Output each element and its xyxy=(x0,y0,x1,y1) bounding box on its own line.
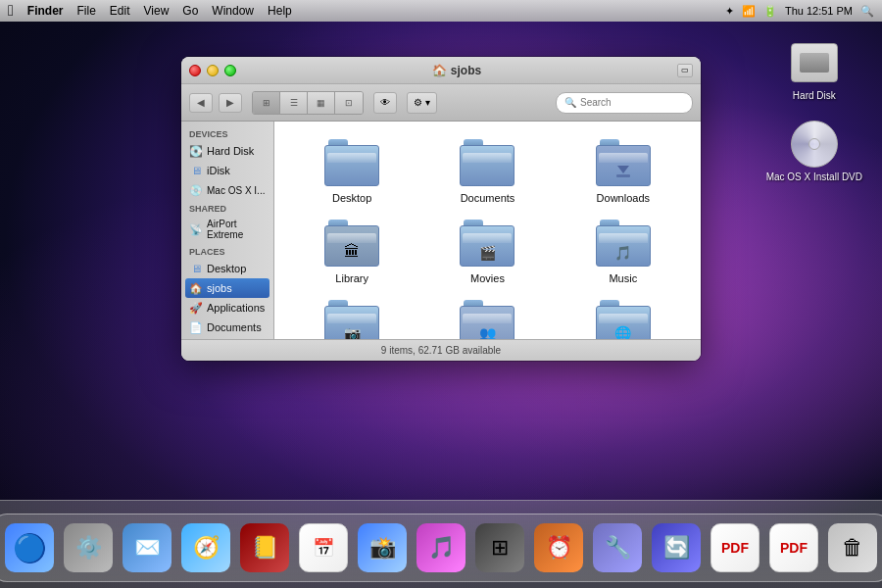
dock-item-extras[interactable]: 🔄 xyxy=(649,520,704,575)
folder-label-downloads: Downloads xyxy=(597,192,650,204)
documents-sidebar-icon: 📄 xyxy=(189,320,203,334)
menu-file[interactable]: File xyxy=(77,4,96,18)
sidebar-item-sjobs[interactable]: 🏠 sjobs xyxy=(185,278,270,298)
addressbook-dock-icon: 📒 xyxy=(240,523,289,572)
dock-item-pdf1[interactable]: PDF xyxy=(708,520,762,575)
view-column-button[interactable]: ▦ xyxy=(308,92,335,114)
menu-window[interactable]: Window xyxy=(212,4,254,18)
dock-item-ical[interactable]: 📅 xyxy=(296,520,351,575)
search-box[interactable]: 🔍 xyxy=(556,92,693,114)
close-button[interactable] xyxy=(189,65,201,76)
quicklook-button[interactable]: 👁 xyxy=(373,92,397,114)
action-button[interactable]: ⚙ ▾ xyxy=(407,92,437,114)
sidebar-item-documents[interactable]: 📄 Documents xyxy=(181,318,273,337)
sidebar-item-macos[interactable]: 💿 Mac OS X I... xyxy=(181,180,273,200)
macos-sidebar-icon: 💿 xyxy=(189,183,203,197)
desktop-icon-harddisk[interactable]: Hard Disk xyxy=(791,39,838,101)
dock-item-timemachine[interactable]: ⏰ xyxy=(531,520,586,575)
apple-menu[interactable]:  xyxy=(8,2,14,20)
sidebar-item-idisk[interactable]: 🖥 iDisk xyxy=(181,161,273,180)
folder-item-music[interactable]: 🎵 Music xyxy=(556,212,691,292)
applications-sidebar-icon: 🚀 xyxy=(189,301,203,315)
maximize-button[interactable] xyxy=(224,65,236,76)
sidebar: DEVICES 💽 Hard Disk 🖥 iDisk 💿 Mac OS X I… xyxy=(181,122,274,339)
dock-item-addressbook[interactable]: 📒 xyxy=(237,520,292,575)
folder-item-pictures[interactable]: 📷 Pictures xyxy=(284,292,419,339)
folder-item-downloads[interactable]: Downloads xyxy=(556,131,691,212)
pdf2-dock-icon: PDF xyxy=(769,523,818,572)
dock-item-syspref[interactable]: ⚙️ xyxy=(61,520,116,575)
minimize-button[interactable] xyxy=(207,65,219,76)
idisk-sidebar-icon: 🖥 xyxy=(189,164,203,177)
harddisk-label: Hard Disk xyxy=(793,90,836,101)
menubar-right: ✦ 📶 🔋 Thu 12:51 PM 🔍 xyxy=(725,5,874,18)
sidebar-label-harddisk: Hard Disk xyxy=(207,145,254,157)
movies-folder-icon: 🎬 xyxy=(460,220,514,267)
search-input[interactable] xyxy=(580,97,678,108)
trash-dock-icon: 🗑 xyxy=(828,523,877,572)
public-folder-icon: 👥 xyxy=(460,300,514,339)
folder-shine xyxy=(327,153,376,163)
sidebar-section-shared: SHARED xyxy=(181,200,273,216)
view-list-button[interactable]: ☰ xyxy=(280,92,308,114)
folder-label-movies: Movies xyxy=(470,272,505,284)
harddisk-sidebar-icon: 💽 xyxy=(189,144,203,158)
view-icon-button[interactable]: ⊞ xyxy=(253,92,280,114)
desktop-icon-dvd[interactable]: Mac OS X Install DVD xyxy=(766,121,862,182)
menubar:  Finder File Edit View Go Window Help ✦… xyxy=(0,0,882,22)
folder-item-library[interactable]: 🏛 Library xyxy=(284,212,419,292)
toolbar: ◀ ▶ ⊞ ☰ ▦ ⊡ 👁 ⚙ ▾ 🔍 xyxy=(181,84,701,122)
dock-item-safari[interactable]: 🧭 xyxy=(178,520,233,575)
folder-label-documents: Documents xyxy=(461,192,515,204)
ical-dock-icon: 📅 xyxy=(299,523,348,572)
dock-item-syspref2[interactable]: 🔧 xyxy=(590,520,645,575)
dock-item-mail[interactable]: ✉️ xyxy=(120,520,174,575)
syspref-dock-icon: ⚙️ xyxy=(64,523,113,572)
spotlight-icon[interactable]: 🔍 xyxy=(860,5,874,18)
menu-edit[interactable]: Edit xyxy=(110,4,130,18)
window-zoom-button[interactable]: ▭ xyxy=(677,64,693,77)
spaces-dock-icon: ⊞ xyxy=(475,523,524,572)
sidebar-label-desktop: Desktop xyxy=(207,263,246,274)
folder-item-documents[interactable]: Documents xyxy=(419,131,555,212)
menu-view[interactable]: View xyxy=(144,4,170,18)
sidebar-label-airport: AirPort Extreme xyxy=(207,219,266,240)
sidebar-item-airport[interactable]: 📡 AirPort Extreme xyxy=(181,216,273,243)
folder-body: 🎬 xyxy=(460,225,514,267)
menu-finder[interactable]: Finder xyxy=(27,4,64,18)
forward-button[interactable]: ▶ xyxy=(219,93,242,113)
dock-item-pdf2[interactable]: PDF xyxy=(766,520,821,575)
sidebar-label-sjobs: sjobs xyxy=(207,282,232,294)
dock-item-iphoto[interactable]: 📸 xyxy=(355,520,410,575)
dock-item-itunes[interactable]: 🎵 xyxy=(414,520,468,575)
folder-body: 👥 xyxy=(460,306,514,339)
dock-item-spaces[interactable]: ⊞ xyxy=(472,520,527,575)
folder-item-desktop[interactable]: Desktop xyxy=(284,131,419,212)
folder-label-desktop: Desktop xyxy=(332,192,371,204)
folder-body: 🏛 xyxy=(324,225,379,267)
dvd-label: Mac OS X Install DVD xyxy=(766,172,862,182)
folder-item-movies[interactable]: 🎬 Movies xyxy=(419,212,555,292)
folder-item-public[interactable]: 👥 Public xyxy=(419,292,555,339)
sidebar-label-applications: Applications xyxy=(207,302,265,314)
search-icon: 🔍 xyxy=(564,97,576,108)
itunes-dock-icon: 🎵 xyxy=(416,523,466,572)
folder-grid: Desktop Documents xyxy=(274,122,701,339)
sidebar-item-harddisk[interactable]: 💽 Hard Disk xyxy=(181,141,273,161)
menu-help[interactable]: Help xyxy=(268,4,292,18)
dock-item-finder[interactable]: 🔵 xyxy=(2,520,57,575)
view-coverflow-button[interactable]: ⊡ xyxy=(335,92,363,114)
sidebar-item-desktop[interactable]: 🖥 Desktop xyxy=(181,259,273,278)
back-button[interactable]: ◀ xyxy=(189,93,213,113)
desktop-sidebar-icon: 🖥 xyxy=(189,262,203,275)
menu-go[interactable]: Go xyxy=(182,4,198,18)
folder-item-sites[interactable]: 🌐 Sites xyxy=(556,292,691,339)
title-label: sjobs xyxy=(451,64,481,77)
harddisk-icon-img xyxy=(791,39,838,86)
dvd-graphic xyxy=(791,121,838,168)
dock-item-trash[interactable]: 🗑 xyxy=(825,520,880,575)
timemachine-dock-icon: ⏰ xyxy=(534,523,583,572)
sidebar-item-applications[interactable]: 🚀 Applications xyxy=(181,298,273,318)
bluetooth-icon: ✦ xyxy=(725,5,734,18)
folder-shine xyxy=(463,314,512,323)
